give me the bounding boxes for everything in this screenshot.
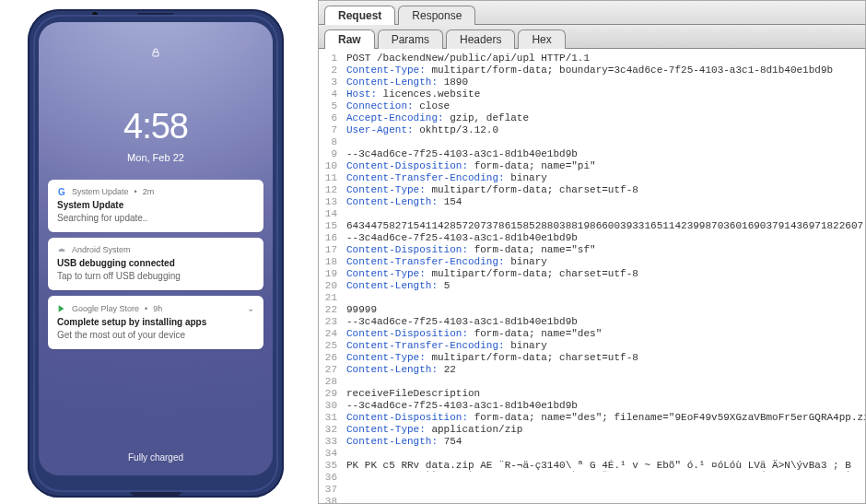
chevron-down-icon[interactable]: ⌄ bbox=[247, 303, 254, 313]
subtab-raw[interactable]: Raw bbox=[324, 29, 375, 49]
battery-status: Fully charged bbox=[39, 452, 273, 463]
raw-line: Content-Type: multipart/form-data; chars… bbox=[346, 268, 861, 280]
notification-stack: G System Update • 2m System Update Searc… bbox=[48, 180, 263, 349]
lockscreen-clock: 4:58 Mon, Feb 22 bbox=[39, 107, 273, 163]
raw-line: Content-Disposition: form-data; name="de… bbox=[346, 328, 861, 340]
raw-line: Content-Length: 5 bbox=[346, 280, 861, 292]
notification-title: Complete setup by installing apps bbox=[57, 317, 254, 327]
subtab-headers[interactable]: Headers bbox=[446, 29, 515, 49]
raw-line: --3c4ad6ce-7f25-4103-a3c1-8d1b40e1bd9b bbox=[346, 148, 861, 160]
notification-title: USB debugging connected bbox=[57, 258, 254, 268]
raw-line bbox=[346, 136, 861, 148]
raw-line: 99999 bbox=[346, 304, 861, 316]
raw-line: --3c4ad6ce-7f25-4103-a3c1-8d1b40e1bd9b bbox=[346, 400, 861, 412]
notification-card[interactable]: Android System USB debugging connected T… bbox=[48, 238, 263, 290]
notification-age: 2m bbox=[143, 187, 155, 196]
raw-line: Connection: close bbox=[346, 100, 861, 112]
clock-date: Mon, Feb 22 bbox=[39, 152, 273, 163]
play-store-icon bbox=[57, 304, 66, 313]
raw-line bbox=[346, 376, 861, 388]
raw-line: Content-Disposition: form-data; name="sf… bbox=[346, 244, 861, 256]
sub-tabbar: Raw Params Headers Hex bbox=[319, 25, 865, 49]
phone-frame: 4:58 Mon, Feb 22 G System Update • 2m Sy… bbox=[28, 9, 284, 498]
notification-app: Google Play Store bbox=[72, 304, 139, 313]
raw-line: Content-Length: 1890 bbox=[346, 76, 861, 88]
raw-line: Accept-Encoding: gzip, deflate bbox=[346, 112, 861, 124]
raw-line: Content-Type: multipart/form-data; chars… bbox=[346, 352, 861, 364]
status-bar bbox=[39, 22, 273, 41]
raw-body[interactable]: POST /backendNew/public/api/upl HTTP/1.1… bbox=[343, 49, 865, 503]
notification-app: Android System bbox=[72, 245, 131, 254]
raw-view[interactable]: 1234567891011121314151617181920212223242… bbox=[319, 49, 865, 503]
raw-line: --3c4ad6ce-7f25-4103-a3c1-8d1b40e1bd9b bbox=[346, 232, 861, 244]
notification-sep: • bbox=[145, 304, 147, 313]
svg-point-2 bbox=[63, 250, 64, 251]
raw-line: Content-Transfer-Encoding: binary bbox=[346, 340, 861, 352]
raw-line: Content-Transfer-Encoding: binary bbox=[346, 256, 861, 268]
raw-line: Content-Disposition: form-data; name="pi… bbox=[346, 160, 861, 172]
raw-line bbox=[346, 448, 861, 460]
raw-line: POST /backendNew/public/api/upl HTTP/1.1 bbox=[346, 53, 861, 64]
raw-line: Content-Transfer-Encoding: binary bbox=[346, 172, 861, 184]
phone-screen[interactable]: 4:58 Mon, Feb 22 G System Update • 2m Sy… bbox=[39, 22, 273, 475]
notification-sep: • bbox=[135, 187, 137, 196]
tab-response[interactable]: Response bbox=[398, 6, 475, 25]
lock-icon bbox=[39, 46, 273, 63]
google-icon: G bbox=[57, 187, 66, 196]
raw-line: --3c4ad6ce-7f25-4103-a3c1-8d1b40e1bd9b bbox=[346, 316, 861, 328]
svg-rect-0 bbox=[153, 53, 158, 57]
raw-line: Host: licences.website bbox=[346, 88, 861, 100]
raw-line: receiveFileDescription bbox=[346, 388, 861, 400]
raw-line: Content-Type: application/zip bbox=[346, 424, 861, 436]
notification-title: System Update bbox=[57, 200, 254, 210]
raw-line: User-Agent: okhttp/3.12.0 bbox=[346, 124, 861, 136]
raw-line: Content-Length: 22 bbox=[346, 364, 861, 376]
notification-card[interactable]: Google Play Store • 9h ⌄ Complete setup … bbox=[48, 296, 263, 349]
clock-time: 4:58 bbox=[39, 107, 273, 147]
raw-line: Content-Length: 154 bbox=[346, 196, 861, 208]
raw-line: 6434475827154114285720737861585288038819… bbox=[346, 220, 861, 232]
phone-bezel: 4:58 Mon, Feb 22 G System Update • 2m Sy… bbox=[33, 15, 278, 492]
raw-line bbox=[346, 292, 861, 304]
raw-line bbox=[346, 208, 861, 220]
raw-line: Content-Type: multipart/form-data; chars… bbox=[346, 184, 861, 196]
svg-point-1 bbox=[60, 250, 61, 251]
notification-subtitle: Tap to turn off USB debugging bbox=[57, 271, 254, 281]
notification-subtitle: Searching for update.. bbox=[57, 213, 254, 223]
http-inspector: Request Response Raw Params Headers Hex … bbox=[318, 0, 866, 504]
line-gutter: 1234567891011121314151617181920212223242… bbox=[319, 49, 343, 503]
notification-app: System Update bbox=[72, 187, 129, 196]
raw-line: Content-Disposition: form-data; name="de… bbox=[346, 412, 861, 424]
binary-blob: PK PK c5 RRv data.zip AE ¨R-¬ä-ç3140\ ª … bbox=[346, 460, 861, 472]
top-tabbar: Request Response bbox=[319, 1, 865, 25]
subtab-params[interactable]: Params bbox=[378, 29, 443, 49]
notification-age: 9h bbox=[153, 304, 162, 313]
subtab-hex[interactable]: Hex bbox=[518, 29, 565, 49]
raw-line: Content-Length: 754 bbox=[346, 436, 861, 448]
android-icon bbox=[57, 245, 66, 254]
raw-line: Content-Type: multipart/form-data; bound… bbox=[346, 64, 861, 76]
notification-subtitle: Get the most out of your device bbox=[57, 330, 254, 340]
tab-request[interactable]: Request bbox=[324, 6, 395, 25]
notification-card[interactable]: G System Update • 2m System Update Searc… bbox=[48, 180, 263, 232]
